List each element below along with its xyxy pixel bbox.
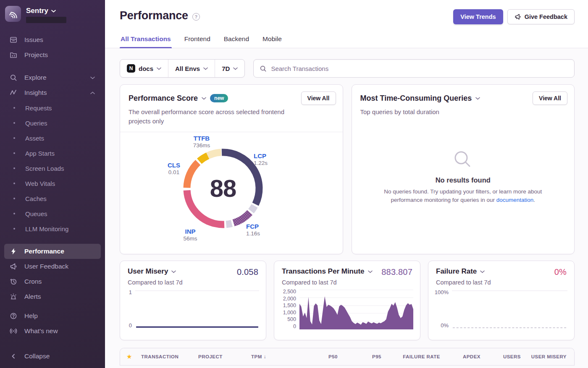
sidebar-item-label: Help xyxy=(24,312,38,320)
chevron-down-icon[interactable] xyxy=(475,97,480,100)
chevron-down-icon[interactable] xyxy=(202,97,206,100)
tab-mobile[interactable]: Mobile xyxy=(262,33,283,48)
sidebar-item-help[interactable]: Help xyxy=(0,308,105,324)
sidebar-item-issues[interactable]: Issues xyxy=(0,32,105,47)
sidebar-item-label: Performance xyxy=(24,248,64,255)
card-title: Transactions Per Minute xyxy=(282,267,365,276)
bullet-icon xyxy=(10,213,18,214)
vital-inp: INP 56ms xyxy=(176,228,205,242)
chevron-down-icon[interactable] xyxy=(368,270,373,273)
vital-value: 1.22s xyxy=(254,160,283,166)
sidebar-item-screen-loads[interactable]: Screen Loads xyxy=(0,161,105,176)
vital-fcp: FCP 1.16s xyxy=(246,223,276,237)
view-trends-button[interactable]: View Trends xyxy=(453,9,503,24)
vital-name: CLS xyxy=(157,162,191,169)
view-all-button[interactable]: View All xyxy=(533,91,567,105)
y-tick: 100% xyxy=(435,289,449,295)
y-tick: 0% xyxy=(441,322,449,329)
lightning-icon xyxy=(9,248,18,255)
sidebar-item-requests[interactable]: Requests xyxy=(0,100,105,115)
sidebar-item-assets[interactable]: Assets xyxy=(0,130,105,146)
give-feedback-button[interactable]: Give Feedback xyxy=(507,9,575,24)
vital-name: FCP xyxy=(246,223,276,230)
vital-value: 736ms xyxy=(183,142,220,149)
sidebar-item-label: User Feedback xyxy=(24,263,68,270)
column-p95[interactable]: P95 xyxy=(345,354,389,359)
date-range-selector[interactable]: 7D xyxy=(215,60,244,77)
chevron-down-icon xyxy=(90,76,95,79)
page-title: Performance xyxy=(120,9,188,22)
star-icon[interactable]: ★ xyxy=(120,353,139,360)
sidebar-item-explore[interactable]: Explore xyxy=(0,70,105,85)
sidebar-item-queries[interactable]: Queries xyxy=(0,115,105,130)
column-apdex[interactable]: APDEX xyxy=(448,354,488,359)
environment-selector[interactable]: All Envs xyxy=(168,60,215,77)
help-tooltip-icon[interactable]: ? xyxy=(192,13,200,21)
sidebar-item-web-vitals[interactable]: Web Vitals xyxy=(0,176,105,191)
failure-rate-value: 0% xyxy=(554,267,567,277)
tab-backend[interactable]: Backend xyxy=(223,33,250,48)
column-users[interactable]: USERS xyxy=(488,354,528,359)
y-tick: 2,500 xyxy=(283,289,296,295)
vital-value: 56ms xyxy=(176,235,205,242)
sidebar-item-app-starts[interactable]: App Starts xyxy=(0,146,105,161)
column-label: TPM xyxy=(251,354,262,359)
transactions-per-minute-card: Transactions Per Minute 883.807 Compared… xyxy=(274,261,420,340)
y-tick: 2,000 xyxy=(283,296,296,302)
sidebar-item-whats-new[interactable]: What's new xyxy=(0,324,105,339)
time-consuming-queries-card: Most Time-Consuming Queries View All Top… xyxy=(352,84,575,254)
sidebar-item-performance[interactable]: Performance xyxy=(4,244,101,259)
sidebar-item-insights[interactable]: Insights xyxy=(0,85,105,100)
sidebar-item-queues[interactable]: Queues xyxy=(0,206,105,221)
search-input[interactable] xyxy=(271,65,568,72)
vital-name: INP xyxy=(176,228,205,235)
card-description: Top queries by total duration xyxy=(352,105,528,123)
sidebar-item-label: App Starts xyxy=(25,150,55,157)
bullet-icon xyxy=(10,198,18,199)
sidebar-item-label: Crons xyxy=(24,278,42,285)
megaphone-icon xyxy=(9,263,18,270)
app-root: Sentry Issues Projects xyxy=(0,0,588,368)
sidebar-item-label: Web Vitals xyxy=(25,180,55,187)
table-header-row: ★ TRANSACTION PROJECT TPM ↓ P50 P95 FAIL… xyxy=(120,348,574,365)
sidebar-item-projects[interactable]: Projects xyxy=(0,47,105,63)
tabbar: All Transactions Frontend Backend Mobile xyxy=(105,33,588,48)
card-title: Failure Rate xyxy=(436,267,477,276)
column-p50[interactable]: P50 xyxy=(298,354,345,359)
vital-value: 1.16s xyxy=(246,230,276,237)
column-tpm[interactable]: TPM ↓ xyxy=(249,354,298,360)
transactions-table: ★ TRANSACTION PROJECT TPM ↓ P50 P95 FAIL… xyxy=(120,348,575,365)
documentation-link[interactable]: documentation xyxy=(496,197,534,203)
y-tick: 1,000 xyxy=(283,310,296,316)
vital-name: TTFB xyxy=(183,135,220,142)
sidebar-item-crons[interactable]: Crons xyxy=(0,274,105,289)
sentry-logo-icon xyxy=(5,6,21,22)
card-title: Most Time-Consuming Queries xyxy=(360,94,472,103)
transaction-search xyxy=(253,59,575,78)
chevron-down-icon[interactable] xyxy=(171,270,176,273)
view-all-button[interactable]: View All xyxy=(301,91,336,105)
user-misery-chart: 1 0 xyxy=(120,286,266,329)
empty-state: No results found No queries found. Try u… xyxy=(352,149,575,205)
column-project[interactable]: PROJECT xyxy=(196,354,249,359)
bullet-icon xyxy=(10,107,18,109)
column-failure-rate[interactable]: FAILURE RATE xyxy=(389,354,448,359)
chevron-down-icon xyxy=(51,10,56,13)
tab-frontend[interactable]: Frontend xyxy=(184,33,211,48)
sidebar-item-llm-monitoring[interactable]: LLM Monitoring xyxy=(0,221,105,236)
tab-all-transactions[interactable]: All Transactions xyxy=(120,33,172,48)
sidebar-item-alerts[interactable]: Alerts xyxy=(0,289,105,304)
org-switcher[interactable]: Sentry xyxy=(0,0,105,26)
sidebar-item-user-feedback[interactable]: User Feedback xyxy=(0,259,105,274)
column-transaction[interactable]: TRANSACTION xyxy=(139,354,196,359)
column-user-misery[interactable]: USER MISERY xyxy=(528,354,574,359)
chevron-down-icon[interactable] xyxy=(480,270,485,273)
card-title: Performance Score xyxy=(129,94,198,103)
sidebar-collapse-button[interactable]: Collapse xyxy=(0,349,105,364)
sidebar-item-caches[interactable]: Caches xyxy=(0,191,105,206)
sidebar-item-label: Issues xyxy=(24,36,43,44)
project-selector[interactable]: N docs xyxy=(120,60,168,77)
failure-rate-chart: 100% 0% xyxy=(428,286,574,329)
bullet-icon xyxy=(10,122,18,124)
project-selector-label: docs xyxy=(139,65,153,72)
